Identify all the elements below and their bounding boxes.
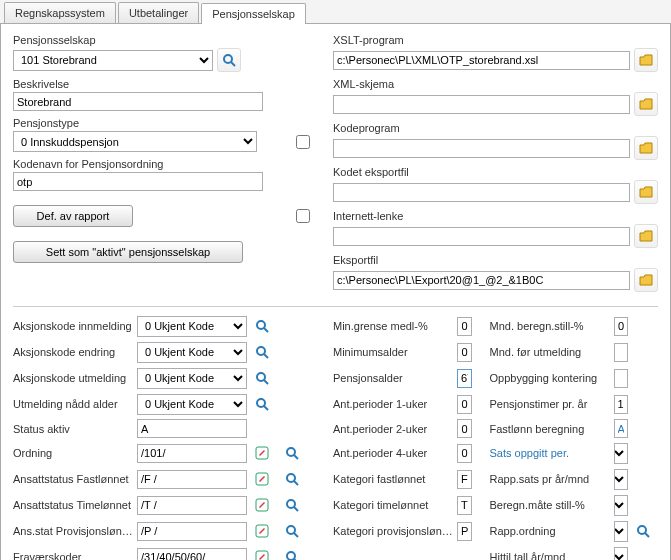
label-pensjonsselskap: Pensjonsselskap [13, 34, 313, 46]
select-a3[interactable]: 0 Ukjent Kode [137, 368, 247, 389]
folder-icon[interactable] [634, 48, 658, 72]
label-a6: Ordning [13, 447, 133, 459]
label-b3: Pensjonsalder [333, 372, 453, 384]
label-b8: Kategori timelønnet [333, 499, 453, 511]
label-b5: Ant.perioder 2-uker [333, 423, 453, 435]
search-icon[interactable] [281, 468, 303, 490]
select-a1[interactable]: 0 Ukjent Kode [137, 316, 247, 337]
edit-icon[interactable] [251, 494, 273, 516]
folder-icon[interactable] [634, 224, 658, 248]
input-xslt[interactable] [333, 51, 630, 70]
input-c2[interactable] [614, 343, 629, 362]
search-icon[interactable] [281, 442, 303, 464]
tab-pensjonsselskap[interactable]: Pensjonsselskap [201, 3, 306, 24]
input-a6[interactable] [137, 444, 247, 463]
svg-point-8 [257, 399, 265, 407]
search-icon[interactable] [251, 341, 273, 363]
svg-line-18 [294, 507, 298, 511]
svg-rect-24 [256, 551, 268, 560]
label-b4: Ant.perioder 1-uker [333, 398, 453, 410]
input-a7[interactable] [137, 470, 247, 489]
svg-point-25 [287, 552, 295, 560]
select-c7[interactable]: 0 År [614, 469, 629, 490]
label-c3: Oppbygging kontering [490, 372, 610, 384]
label-a3: Aksjonskode utmelding [13, 372, 133, 384]
input-b1[interactable] [457, 317, 472, 336]
input-b3[interactable] [457, 369, 472, 388]
input-b7[interactable] [457, 470, 472, 489]
label-a1: Aksjonskode innmelding [13, 320, 133, 332]
input-beskrivelse[interactable] [13, 92, 263, 111]
input-c1[interactable] [614, 317, 629, 336]
label-c8: Beregn.måte still-% [490, 499, 610, 511]
input-a8[interactable] [137, 496, 247, 515]
input-kodet-eksport[interactable] [333, 183, 630, 202]
select-c9[interactable]: 2 OTP2 [614, 521, 629, 542]
select-a2[interactable]: 0 Ukjent Kode [137, 342, 247, 363]
button-def-rapport[interactable]: Def. av rapport [13, 205, 133, 227]
search-icon[interactable] [632, 520, 654, 542]
input-a9[interactable] [137, 522, 247, 541]
checkbox-pensjonstype[interactable] [296, 135, 310, 149]
label-kodenavn: Kodenavn for Pensjonsordning [13, 158, 313, 170]
search-icon[interactable] [251, 367, 273, 389]
svg-point-20 [287, 526, 295, 534]
input-c5[interactable] [614, 419, 629, 438]
svg-point-11 [287, 448, 295, 456]
input-a10[interactable] [137, 548, 247, 561]
input-internett[interactable] [333, 227, 630, 246]
select-c8[interactable]: 0 Faktisk [614, 495, 629, 516]
edit-icon[interactable] [251, 546, 273, 560]
label-b7: Kategori fastlønnet [333, 473, 453, 485]
input-kodeprogram[interactable] [333, 139, 630, 158]
search-icon[interactable] [281, 520, 303, 542]
edit-icon[interactable] [251, 442, 273, 464]
edit-icon[interactable] [251, 520, 273, 542]
input-c4[interactable] [614, 395, 629, 414]
edit-icon[interactable] [251, 468, 273, 490]
tab-regnskapssystem[interactable]: Regnskapssystem [4, 2, 116, 23]
input-c3[interactable] [614, 369, 629, 388]
input-b6[interactable] [457, 444, 472, 463]
search-icon[interactable] [217, 48, 241, 72]
label-xml: XML-skjema [333, 78, 658, 90]
input-a5[interactable] [137, 419, 247, 438]
input-b9[interactable] [457, 522, 472, 541]
select-a4[interactable]: 0 Ukjent Kode [137, 394, 247, 415]
input-kodenavn[interactable] [13, 172, 263, 191]
label-beskrivelse: Beskrivelse [13, 78, 313, 90]
label-a8: Ansattstatus Timelønnet [13, 499, 133, 511]
checkbox-def-rapport[interactable] [296, 209, 310, 223]
input-eksportfil[interactable] [333, 271, 630, 290]
folder-icon[interactable] [634, 268, 658, 292]
folder-icon[interactable] [634, 136, 658, 160]
svg-line-1 [231, 62, 235, 66]
button-sett-aktivt[interactable]: Sett som "aktivt" pensjonsselskap [13, 241, 243, 263]
search-icon[interactable] [251, 393, 273, 415]
label-b6: Ant.perioder 4-uker [333, 447, 453, 459]
select-pensjonsselskap[interactable]: 101 Storebrand [13, 50, 213, 71]
search-icon[interactable] [281, 546, 303, 560]
select-pensjonstype[interactable]: 0 Innskuddspensjon [13, 131, 257, 152]
svg-line-3 [264, 328, 268, 332]
select-c10[interactable]: 0 År [614, 547, 629, 561]
input-b5[interactable] [457, 419, 472, 438]
label-internett: Internett-lenke [333, 210, 658, 222]
svg-point-6 [257, 373, 265, 381]
input-xml[interactable] [333, 95, 630, 114]
input-b4[interactable] [457, 395, 472, 414]
input-b2[interactable] [457, 343, 472, 362]
input-b8[interactable] [457, 496, 472, 515]
svg-point-4 [257, 347, 265, 355]
settings-grid: Aksjonskode innmelding 0 Ukjent Kode Min… [13, 315, 658, 560]
select-c6[interactable]: 0 År [614, 443, 629, 464]
tab-bar: Regnskapssystem Utbetalinger Pensjonssel… [0, 0, 671, 24]
label-c7: Rapp.sats pr år/mnd [490, 473, 610, 485]
svg-line-23 [645, 533, 649, 537]
search-icon[interactable] [251, 315, 273, 337]
folder-icon[interactable] [634, 92, 658, 116]
folder-icon[interactable] [634, 180, 658, 204]
label-c4: Pensjonstimer pr. år [490, 398, 610, 410]
search-icon[interactable] [281, 494, 303, 516]
tab-utbetalinger[interactable]: Utbetalinger [118, 2, 199, 23]
